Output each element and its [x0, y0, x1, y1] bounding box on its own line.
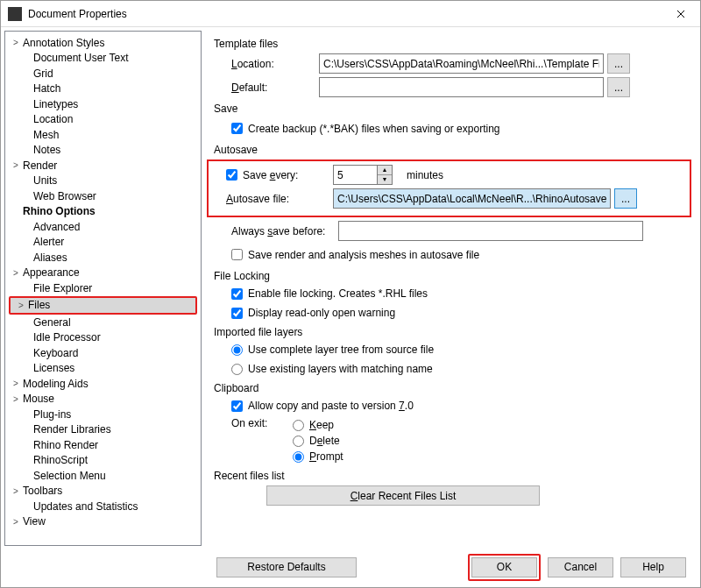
- tree-item-rhino-options[interactable]: Rhino Options: [5, 204, 201, 220]
- tree-item-label: Selection Menu: [33, 470, 106, 482]
- tree-item-view[interactable]: >View: [5, 514, 201, 530]
- default-label: Default:: [231, 81, 319, 94]
- cb-enable-locking-label: Enable file locking. Creates *.RHL files: [248, 287, 428, 300]
- tree-item-general[interactable]: General: [5, 315, 201, 330]
- section-locking: File Locking: [214, 270, 684, 282]
- tree-item-hatch[interactable]: Hatch: [5, 81, 201, 97]
- tree-item-document-user-text[interactable]: Document User Text: [5, 51, 201, 67]
- rd-keep[interactable]: [293, 420, 304, 431]
- tree-item-grid[interactable]: Grid: [5, 66, 201, 81]
- tree-item-label: Location: [33, 113, 73, 125]
- rd-prompt-label: Prompt: [309, 450, 343, 463]
- location-field[interactable]: [319, 53, 604, 74]
- tree-item-notes[interactable]: Notes: [5, 143, 201, 159]
- tree-item-keyboard[interactable]: Keyboard: [5, 345, 201, 361]
- tree-item-mouse[interactable]: >Mouse: [5, 392, 201, 407]
- rd-matching-layers[interactable]: [231, 364, 243, 375]
- tree-item-annotation-styles[interactable]: >Annotation Styles: [5, 35, 201, 51]
- browse-default-button[interactable]: ...: [607, 77, 630, 97]
- tree-item-web-browser[interactable]: Web Browser: [5, 188, 201, 204]
- save-every-spinner[interactable]: ▲▼: [333, 165, 393, 185]
- rd-complete-tree[interactable]: [231, 344, 243, 356]
- section-import: Imported file layers: [214, 326, 684, 338]
- cb-backup[interactable]: [231, 123, 243, 134]
- tree-item-render-libraries[interactable]: Render Libraries: [5, 422, 201, 438]
- tree-item-file-explorer[interactable]: File Explorer: [5, 280, 201, 296]
- section-template: Template files: [214, 38, 684, 50]
- on-exit-label: On exit:: [231, 417, 293, 429]
- cb-save-meshes-label: Save render and analysis meshes in autos…: [248, 249, 479, 261]
- rd-keep-label: Keep: [309, 419, 334, 431]
- spin-up-icon[interactable]: ▲: [378, 166, 392, 175]
- window-title: Document Properties: [28, 8, 661, 20]
- expand-icon: >: [11, 268, 21, 278]
- tree-item-mesh[interactable]: Mesh: [5, 127, 201, 143]
- always-save-field[interactable]: [338, 221, 643, 241]
- nav-tree[interactable]: >Annotation StylesDocument User TextGrid…: [4, 31, 202, 546]
- close-button[interactable]: [661, 1, 700, 27]
- button-bar: Restore Defaults OK Cancel Help: [1, 549, 700, 584]
- tree-item-files[interactable]: >Files: [11, 298, 195, 314]
- location-label: LLocation:ocation:: [231, 58, 319, 70]
- tree-item-label: RhinoScript: [33, 454, 88, 466]
- cb-save-meshes[interactable]: [231, 249, 243, 260]
- expand-icon: >: [11, 160, 21, 170]
- tree-item-label: Mesh: [33, 129, 59, 141]
- rd-complete-tree-label: Use complete layer tree from source file: [248, 344, 434, 356]
- tree-item-location[interactable]: Location: [5, 112, 201, 128]
- tree-item-label: Updates and Statistics: [33, 500, 138, 513]
- close-icon: [676, 10, 685, 18]
- expand-icon: >: [11, 394, 21, 404]
- clear-recent-button[interactable]: CClear Recent Files Listlear Recent File…: [266, 485, 540, 506]
- ok-highlight: OK: [468, 554, 541, 581]
- tree-item-label: Licenses: [33, 362, 74, 374]
- cb-allow-paste-label: Allow copy and paste to version 7.0: [248, 400, 414, 412]
- tree-item-selection-menu[interactable]: Selection Menu: [5, 468, 201, 484]
- rd-delete-label: Delete: [309, 435, 340, 447]
- minutes-label: minutes: [407, 169, 443, 181]
- rd-prompt[interactable]: [293, 451, 304, 463]
- tree-item-idle-processor[interactable]: Idle Processor: [5, 330, 201, 346]
- cancel-button[interactable]: Cancel: [548, 557, 613, 577]
- save-every-value[interactable]: [333, 165, 377, 185]
- tree-item-label: Keyboard: [33, 347, 78, 359]
- tree-item-advanced[interactable]: Advanced: [5, 219, 201, 235]
- tree-item-modeling-aids[interactable]: >Modeling Aids: [5, 376, 201, 392]
- save-every-label: Save every:: [243, 169, 333, 181]
- tree-item-rhinoscript[interactable]: RhinoScript: [5, 453, 201, 469]
- tree-item-label: Linetypes: [33, 98, 78, 110]
- tree-item-render[interactable]: >Render: [5, 158, 201, 174]
- restore-defaults-button[interactable]: Restore Defaults: [216, 557, 357, 577]
- always-save-label: Always save before:: [231, 225, 338, 237]
- browse-autosave-button[interactable]: ...: [614, 188, 637, 209]
- rd-delete[interactable]: [293, 436, 304, 447]
- cb-save-every[interactable]: [226, 169, 237, 181]
- cb-enable-locking[interactable]: [231, 288, 243, 300]
- tree-item-label: Annotation Styles: [23, 37, 104, 49]
- tree-item-updates-and-statistics[interactable]: Updates and Statistics: [5, 499, 201, 514]
- help-button[interactable]: Help: [620, 557, 686, 577]
- tree-item-toolbars[interactable]: >Toolbars: [5, 484, 201, 499]
- tree-item-linetypes[interactable]: Linetypes: [5, 96, 201, 112]
- tree-item-units[interactable]: Units: [5, 174, 201, 189]
- tree-item-plug-ins[interactable]: Plug-ins: [5, 407, 201, 422]
- autosave-file-field[interactable]: [333, 188, 611, 209]
- tree-item-appearance[interactable]: >Appearance: [5, 266, 201, 281]
- browse-location-button[interactable]: ...: [607, 53, 630, 74]
- cb-allow-paste[interactable]: [231, 400, 243, 412]
- ok-button[interactable]: OK: [471, 557, 537, 577]
- section-autosave: Autosave: [214, 144, 684, 156]
- tree-item-aliases[interactable]: Aliases: [5, 250, 201, 266]
- tree-item-rhino-render[interactable]: Rhino Render: [5, 437, 201, 453]
- tree-item-label: Files: [28, 299, 50, 311]
- tree-item-label: Notes: [33, 144, 60, 156]
- tree-item-licenses[interactable]: Licenses: [5, 361, 201, 377]
- cb-readonly-warn[interactable]: [231, 308, 243, 319]
- rd-matching-layers-label: Use existing layers with matching name: [248, 363, 433, 375]
- default-field[interactable]: [319, 77, 604, 97]
- spin-down-icon[interactable]: ▼: [378, 175, 392, 185]
- tree-item-label: Aliases: [33, 251, 67, 264]
- tree-item-label: Render Libraries: [33, 423, 111, 436]
- tree-item-alerter[interactable]: Alerter: [5, 235, 201, 251]
- tree-item-label: Document User Text: [33, 52, 129, 64]
